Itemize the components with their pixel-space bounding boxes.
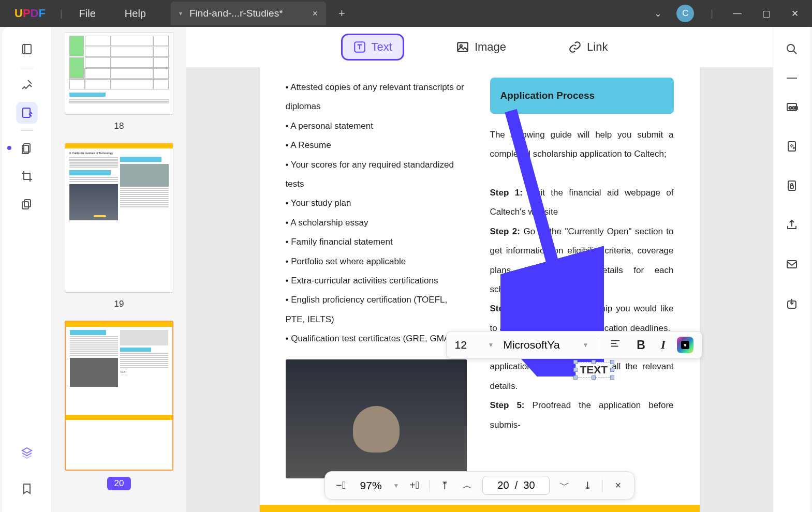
svg-text:OCR: OCR: [789, 106, 798, 110]
layers-icon[interactable]: [16, 442, 38, 463]
crop-tool-icon[interactable]: [16, 165, 38, 187]
convert-icon[interactable]: [781, 135, 803, 157]
font-size-dropdown-icon[interactable]: ▼: [486, 339, 496, 351]
zoom-out-icon[interactable]: −⃝: [333, 478, 349, 493]
zoom-level[interactable]: 97%: [356, 479, 386, 492]
image-tool-label: Image: [475, 40, 506, 54]
tab-add-icon[interactable]: +: [338, 7, 345, 20]
link-tool-button[interactable]: Link: [558, 35, 618, 59]
font-size-value[interactable]: 12: [455, 339, 479, 351]
page-viewport[interactable]: • Attested copies of any relevant transc…: [186, 67, 773, 512]
user-avatar[interactable]: C: [676, 5, 694, 22]
link-icon: [568, 40, 582, 54]
svg-rect-5: [22, 202, 28, 209]
bullet-item: • Your study plan: [286, 193, 469, 213]
font-family-dropdown-icon[interactable]: ▼: [580, 339, 590, 351]
resize-handle[interactable]: [573, 360, 578, 364]
svg-rect-19: [790, 186, 793, 188]
italic-button[interactable]: I: [657, 337, 670, 353]
page-footer-bar: [260, 505, 700, 512]
organize-pages-icon[interactable]: [16, 138, 38, 159]
left-rail: [2, 27, 52, 512]
zoom-dropdown-icon[interactable]: ▼: [393, 482, 400, 489]
prev-page-icon[interactable]: ︿: [460, 478, 475, 493]
thumbnail-label: 18: [114, 121, 124, 131]
menu-file[interactable]: File: [65, 8, 110, 20]
reader-mode-icon[interactable]: [16, 38, 38, 60]
comment-tool-icon[interactable]: [16, 74, 38, 96]
page-number-input[interactable]: [482, 476, 550, 495]
svg-rect-1: [23, 108, 30, 117]
tab-chevron-icon[interactable]: ▾: [179, 10, 182, 17]
resize-handle[interactable]: [573, 368, 578, 372]
tab-close-icon[interactable]: ×: [312, 8, 318, 19]
font-family-value[interactable]: MicrosoftYa: [503, 339, 573, 351]
thumbnail-page[interactable]: 6. California Institute of Technology: [65, 143, 173, 293]
ocr-icon[interactable]: OCR: [781, 96, 803, 118]
resize-handle[interactable]: [610, 360, 614, 364]
process-intro-text: The following guide will help you submit…: [490, 125, 674, 164]
svg-rect-4: [24, 200, 31, 207]
page-right-column: Application Process The following guide …: [490, 78, 674, 478]
save-export-icon[interactable]: [781, 293, 803, 314]
separator: |: [60, 8, 63, 19]
titlebar-right: ⌄ C | — ▢ ✕: [654, 5, 812, 22]
resize-handle[interactable]: [610, 375, 614, 380]
text-tool-button[interactable]: Text: [341, 34, 404, 61]
image-tool-button[interactable]: Image: [446, 35, 516, 59]
rail-bottom-group: [16, 442, 38, 500]
editing-text-value[interactable]: TEXT: [580, 364, 608, 375]
document-tab[interactable]: ▾ Find-and-...r-Studies* ×: [171, 2, 326, 25]
next-page-icon[interactable]: ﹀: [557, 478, 572, 493]
svg-rect-0: [23, 44, 31, 54]
resize-handle[interactable]: [610, 368, 614, 372]
bullet-item: • English proficiency certification (TOE…: [286, 290, 469, 329]
bold-button[interactable]: B: [632, 337, 649, 353]
bullet-item: • Your scores for any required standardi…: [286, 155, 469, 194]
page-controls: −⃝ 97% ▼ +⃝ ⤒ ︿ ﹀ ⤓ ×: [324, 471, 635, 500]
menu-help[interactable]: Help: [110, 8, 160, 20]
svg-line-14: [793, 51, 796, 54]
bookmark-icon[interactable]: [16, 478, 38, 500]
first-page-icon[interactable]: ⤒: [437, 478, 452, 493]
resize-handle[interactable]: [573, 375, 578, 380]
titlebar-chevron-icon[interactable]: ⌄: [654, 8, 662, 19]
pdf-page[interactable]: • Attested copies of any relevant transc…: [260, 67, 700, 512]
resize-handle[interactable]: [592, 375, 596, 380]
text-format-toolbar: 12 ▼ MicrosoftYa ▼ B I ▾: [446, 331, 702, 359]
bullet-item: • Attested copies of any relevant transc…: [286, 78, 469, 116]
text-edit-box[interactable]: TEXT: [575, 362, 613, 378]
align-left-icon[interactable]: [606, 337, 625, 353]
main-area: 18 6. California Institute of Technology: [2, 27, 810, 512]
window-maximize-icon[interactable]: ▢: [759, 5, 774, 22]
zoom-in-icon[interactable]: +⃝: [406, 478, 422, 493]
window-minimize-icon[interactable]: —: [730, 5, 745, 22]
close-controls-icon[interactable]: ×: [610, 478, 626, 493]
window-close-icon[interactable]: ✕: [788, 5, 802, 22]
separator: [598, 338, 598, 352]
share-icon[interactable]: [781, 214, 803, 236]
svg-rect-20: [787, 261, 796, 268]
batch-tool-icon[interactable]: [16, 193, 38, 215]
thumbnail-page-current[interactable]: TEXT: [65, 321, 173, 471]
edit-toolbar: Text Image Link: [186, 27, 773, 67]
thumbnail-page[interactable]: [65, 32, 173, 115]
resize-handle[interactable]: [592, 360, 596, 364]
step-item: Step 2: Go to the "Currently Open" secti…: [490, 222, 674, 299]
thumbnail-panel: 18 6. California Institute of Technology: [52, 27, 186, 512]
text-color-button[interactable]: ▾: [677, 337, 693, 353]
email-icon[interactable]: [781, 253, 803, 275]
app-logo: UPDF: [14, 7, 46, 20]
rail-indicator-dot: [7, 146, 11, 150]
separator: [602, 479, 603, 492]
last-page-icon[interactable]: ⤓: [580, 478, 595, 493]
search-icon[interactable]: [781, 38, 803, 60]
edit-tool-icon[interactable]: [16, 102, 38, 124]
protect-icon[interactable]: [781, 175, 803, 197]
text-tool-label: Text: [372, 40, 392, 54]
rail-divider: [20, 67, 34, 67]
rail-divider: [787, 78, 797, 79]
title-bar: UPDF | File Help ▾ Find-and-...r-Studies…: [0, 0, 812, 27]
bullet-item: • Extra-curricular activities certificat…: [286, 271, 469, 290]
svg-point-13: [787, 44, 794, 52]
